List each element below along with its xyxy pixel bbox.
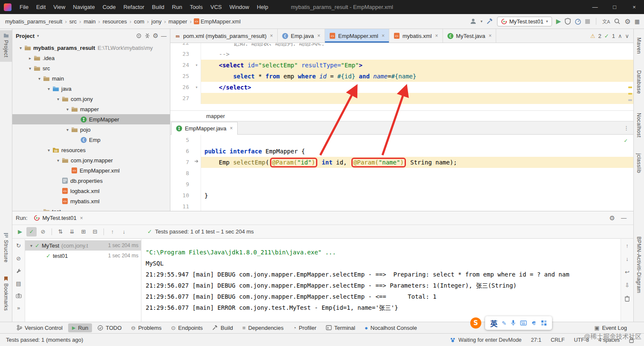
close-icon[interactable]: × <box>230 125 233 131</box>
tab-empmapper-java[interactable]: I EmpMapper.java × <box>171 122 238 135</box>
ime-pen-icon[interactable]: ✎ <box>502 320 506 326</box>
gutter-nav-icon[interactable] <box>193 157 201 168</box>
ime-language-toggle[interactable]: 英 <box>490 318 497 329</box>
menu-run[interactable]: Run <box>168 3 186 11</box>
sort-alphabetically-icon[interactable]: ⇅ <box>55 227 66 236</box>
breadcrumb-item-main[interactable]: main <box>83 18 96 25</box>
tree-item-emp[interactable]: CEmp <box>12 135 170 145</box>
tree-toggle-icon[interactable]: ▾ <box>55 97 62 101</box>
minimize-button[interactable]: — <box>585 0 605 14</box>
stripe-mark[interactable] <box>628 99 632 101</box>
tree-item-java[interactable]: ▾java <box>12 84 170 94</box>
stop-button[interactable] <box>585 19 590 24</box>
user-dropdown-caret[interactable]: ▾ <box>480 19 483 23</box>
coverage-icon[interactable] <box>565 18 571 25</box>
translate-icon[interactable]: 文A <box>602 18 610 25</box>
tool-button-todo[interactable]: TODO <box>94 323 125 332</box>
soft-wrap-icon[interactable]: ↩ <box>625 269 630 275</box>
menu-view[interactable]: View <box>49 3 69 11</box>
line-ending[interactable]: CRLF <box>551 337 565 343</box>
context-breadcrumb[interactable]: mapper <box>206 113 225 119</box>
tree-item-com-jony-mapper[interactable]: ▾com.jony.mapper <box>12 155 170 165</box>
tree-item--idea[interactable]: ▸.idea <box>12 53 170 63</box>
collapse-all-icon[interactable] <box>144 33 150 39</box>
tool-button-run[interactable]: ▶Run <box>68 323 92 332</box>
event-log-button[interactable]: ▣Event Log <box>594 325 627 331</box>
menu-help[interactable]: Help <box>253 3 272 11</box>
tree-item-mybatis-xml[interactable]: <>mybatis.xml <box>12 196 170 206</box>
prev-change-icon[interactable]: ∧ <box>618 33 622 39</box>
close-icon[interactable]: × <box>382 33 385 39</box>
devmode-status[interactable]: Waiting for enter DevMode <box>450 337 521 343</box>
tree-item-src[interactable]: ▾src <box>12 63 170 73</box>
tool-button-profiler[interactable]: ◔Profiler <box>289 323 320 332</box>
tree-item-db-properties[interactable]: db.properties <box>12 176 170 186</box>
menu-refactor[interactable]: Refactor <box>120 3 148 11</box>
tab-emp-java[interactable]: CEmp.java× <box>278 29 325 43</box>
ime-keyboard-icon[interactable] <box>520 320 527 326</box>
warning-stripe-mark[interactable] <box>628 86 632 88</box>
previous-test-icon[interactable]: ↑ <box>107 227 118 236</box>
breadcrumb-item-jony[interactable]: jony <box>150 18 162 25</box>
tool-button-terminal[interactable]: Terminal <box>322 323 359 332</box>
screenshot-icon[interactable] <box>16 293 22 298</box>
wrench-icon[interactable] <box>16 268 22 274</box>
hide-panel-icon[interactable]: — <box>161 33 167 39</box>
stop-icon[interactable]: ⊘ <box>16 255 21 262</box>
profiler-icon[interactable] <box>575 18 581 25</box>
tool-button-version-control[interactable]: Version Control <box>13 323 66 332</box>
menu-navigate[interactable]: Navigate <box>69 3 98 11</box>
history-icon[interactable]: ▤ <box>16 280 21 287</box>
tool-button-jclasslib[interactable]: jclasslib <box>634 153 644 173</box>
tool-button-bookmarks[interactable]: Bookmarks <box>0 276 12 311</box>
test-tree-item-test01[interactable]: ✓test011 sec 204 ms <box>25 251 141 261</box>
tab-empmapper-xml[interactable]: <>EmpMapper.xml× <box>325 29 389 43</box>
scroll-to-end-icon[interactable]: ⇩ <box>625 282 630 288</box>
tool-button-project[interactable]: Project <box>0 30 12 62</box>
tree-toggle-icon[interactable]: ▾ <box>26 66 34 71</box>
tree-toggle-icon[interactable]: ▾ <box>45 148 52 153</box>
breadcrumb-item-mybatis_params_result[interactable]: mybatis_params_result <box>4 18 63 25</box>
breadcrumb-item-EmpMapper.xml[interactable]: EmpMapper.xml <box>200 18 242 25</box>
tab-pom-xml-mybatis-params-result-[interactable]: mpom.xml (mybatis_params_result)× <box>170 29 278 43</box>
tree-toggle-icon[interactable]: ▾ <box>28 243 35 248</box>
settings-gear-icon[interactable]: ⚙ <box>624 17 630 26</box>
hide-panel-icon[interactable]: — <box>621 215 627 221</box>
tree-toggle-icon[interactable]: ▸ <box>26 56 34 61</box>
tree-toggle-icon[interactable]: ▾ <box>45 86 52 91</box>
collapse-all-icon[interactable]: ⊟ <box>90 227 100 236</box>
tree-toggle-icon[interactable]: ▾ <box>64 107 71 112</box>
tree-toggle-icon[interactable]: ▾ <box>17 46 24 50</box>
rerun-button[interactable]: ▶ <box>15 227 25 236</box>
tool-button-nocalhost-console[interactable]: ●Nocalhost Console <box>361 323 421 332</box>
tool-button-dependencies[interactable]: ≡Dependencies <box>239 323 288 332</box>
tab-mytest-java[interactable]: CMyTest.java× <box>443 29 497 43</box>
close-icon[interactable]: × <box>270 33 273 39</box>
show-ignored-toggle[interactable]: ⊘ <box>38 227 48 236</box>
tool-button-maven[interactable]: Maven <box>634 37 644 54</box>
rerun-failed-icon[interactable]: ↻ <box>16 242 21 249</box>
scroll-down-icon[interactable]: ↓ <box>626 256 629 262</box>
run-button[interactable]: ▶ <box>556 17 561 25</box>
fold-marker[interactable]: ▾ <box>193 82 201 93</box>
breadcrumb-item-resources[interactable]: resources <box>102 18 128 25</box>
fold-marker[interactable]: ▾ <box>193 60 201 71</box>
more-icon[interactable]: » <box>17 305 20 311</box>
run-configuration-select[interactable]: MyTest.test01 ▾ <box>497 17 552 26</box>
caret-position[interactable]: 27:1 <box>531 337 541 343</box>
build-hammer-icon[interactable] <box>486 18 493 25</box>
menu-vcs[interactable]: VCS <box>207 3 226 11</box>
tree-item-empmapper-xml[interactable]: <>EmpMapper.xml <box>12 165 170 176</box>
breadcrumb-item-src[interactable]: src <box>69 18 78 25</box>
menu-file[interactable]: File <box>16 3 32 11</box>
menu-edit[interactable]: Edit <box>32 3 49 11</box>
sort-by-duration-icon[interactable]: ⇊ <box>67 227 77 236</box>
breadcrumb-item-mapper[interactable]: mapper <box>167 18 188 25</box>
tree-toggle-icon[interactable]: ▾ <box>64 127 71 132</box>
next-change-icon[interactable]: ∨ <box>625 33 629 39</box>
tree-item-resources[interactable]: ▾resources <box>12 145 170 155</box>
menu-code[interactable]: Code <box>99 3 120 11</box>
window-layout-icon[interactable]: ▦ <box>635 18 640 25</box>
tree-item-test[interactable]: ▾test <box>12 206 170 211</box>
clear-console-icon[interactable] <box>624 295 630 302</box>
